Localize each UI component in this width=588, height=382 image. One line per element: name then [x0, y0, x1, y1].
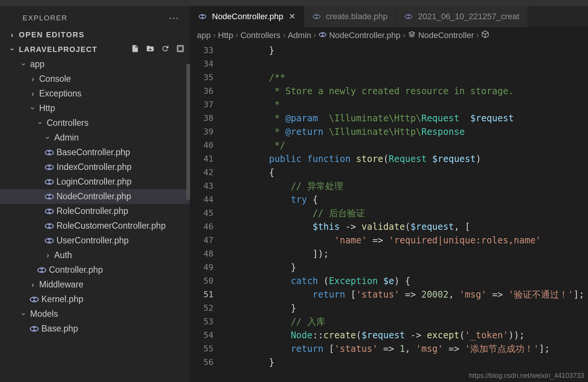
folder-middleware[interactable]: ›Middleware: [0, 277, 190, 292]
tree-label: Http: [39, 103, 55, 113]
tree-label: Kernel.php: [41, 294, 83, 304]
explorer-title: EXPLORER: [23, 14, 67, 22]
php-icon: [44, 163, 54, 171]
sidebar-scrollbar[interactable]: [186, 64, 190, 200]
tree-label: Controllers: [47, 118, 88, 128]
php-icon: [404, 13, 413, 20]
php-icon: [44, 149, 54, 156]
tree-label: Models: [30, 309, 58, 319]
project-header[interactable]: › LARAVELPROJECT: [0, 42, 190, 57]
tree-label: LoginController.php: [56, 177, 131, 187]
tree-label: Base.php: [41, 324, 78, 334]
folder-models[interactable]: ›Models: [0, 307, 190, 321]
tab-label: create.blade.php: [326, 12, 388, 21]
tree-label: Middleware: [39, 280, 84, 290]
watermark: https://blog.csdn.net/weixin_44103733: [469, 372, 584, 380]
folder-admin[interactable]: ›Admin: [0, 130, 190, 145]
php-icon: [198, 13, 207, 20]
tab-migration[interactable]: 2021_06_10_221257_creat: [396, 6, 528, 27]
tree-label: RoleCustomerController.php: [56, 221, 166, 231]
file-base[interactable]: Base.php: [0, 321, 190, 336]
php-icon: [44, 222, 54, 230]
tab-nodecontroller[interactable]: NodeController.php ✕: [190, 6, 304, 27]
php-icon: [29, 325, 39, 333]
breadcrumb-item[interactable]: Admin: [288, 31, 311, 40]
tab-label: 2021_06_10_221257_creat: [418, 12, 519, 21]
folder-auth[interactable]: ›Auth: [0, 248, 190, 263]
tree-label: IndexController.php: [56, 162, 131, 172]
tree-label: UserController.php: [56, 235, 129, 246]
php-icon: [44, 193, 54, 200]
line-number-gutter: 3334353637383940414243444546474849505152…: [190, 44, 225, 382]
chevron-right-icon: ›: [9, 31, 16, 39]
php-icon: [44, 178, 54, 186]
chevron-right-icon: ›: [44, 251, 51, 260]
explorer-sidebar: EXPLORER ··· › OPEN EDITORS › LARAVELPRO…: [0, 6, 190, 382]
file-usercontroller[interactable]: UserController.php: [0, 233, 190, 248]
breadcrumb[interactable]: app› Http› Controllers› Admin› NodeContr…: [190, 27, 588, 44]
tree-label: Admin: [54, 133, 79, 143]
new-file-icon[interactable]: [131, 44, 139, 55]
chevron-down-icon: ›: [36, 120, 45, 127]
tree-label: Console: [39, 74, 71, 84]
folder-http[interactable]: ›Http: [0, 101, 190, 116]
file-rolecustomercontroller[interactable]: RoleCustomerController.php: [0, 219, 190, 233]
open-editors-label: OPEN EDITORS: [19, 31, 85, 39]
editor-tabs: NodeController.php ✕ create.blade.php 20…: [190, 6, 588, 27]
chevron-down-icon: ›: [20, 61, 28, 68]
file-indexcontroller[interactable]: IndexController.php: [0, 160, 190, 174]
code-content[interactable]: } /** * Store a newly created resource i…: [225, 44, 588, 382]
php-icon: [318, 31, 327, 40]
close-icon[interactable]: ✕: [289, 12, 296, 21]
tab-label: NodeController.php: [212, 12, 283, 21]
breadcrumb-item[interactable]: app: [197, 31, 211, 40]
folder-console[interactable]: ›Console: [0, 72, 190, 86]
explorer-more-icon[interactable]: ···: [169, 12, 181, 24]
chevron-right-icon: ›: [29, 280, 36, 289]
file-kernel[interactable]: Kernel.php: [0, 292, 190, 307]
tree-label: app: [30, 59, 44, 69]
breadcrumb-item[interactable]: Http: [218, 31, 233, 40]
chevron-right-icon: ›: [29, 75, 36, 83]
chevron-right-icon: ›: [29, 89, 36, 98]
chevron-down-icon: ›: [20, 311, 28, 318]
tab-createblade[interactable]: create.blade.php: [304, 6, 396, 27]
tree-label: Auth: [54, 250, 72, 260]
file-rolecontroller[interactable]: RoleController.php: [0, 204, 190, 219]
breadcrumb-item[interactable]: Controllers: [241, 31, 280, 40]
open-editors-section[interactable]: › OPEN EDITORS: [0, 28, 190, 42]
new-folder-icon[interactable]: [146, 44, 154, 55]
folder-exceptions[interactable]: ›Exceptions: [0, 86, 190, 101]
code-editor[interactable]: 3334353637383940414243444546474849505152…: [190, 44, 588, 382]
chevron-down-icon: ›: [44, 134, 52, 141]
chevron-down-icon: ›: [8, 46, 17, 53]
breadcrumb-item[interactable]: NodeController.php: [329, 31, 401, 40]
php-icon: [37, 266, 47, 274]
php-icon: [29, 296, 39, 303]
tree-label: BaseController.php: [56, 147, 130, 157]
file-logincontroller[interactable]: LoginController.php: [0, 174, 190, 189]
folder-controllers[interactable]: ›Controllers: [0, 116, 190, 130]
breadcrumb-item[interactable]: NodeController: [418, 31, 474, 40]
refresh-icon[interactable]: [161, 44, 169, 55]
php-icon: [44, 208, 54, 215]
class-icon: [408, 30, 416, 41]
tree-label: Exceptions: [39, 89, 82, 99]
tree-label: NodeController.php: [56, 191, 131, 202]
php-icon: [312, 13, 321, 20]
file-controllerphp[interactable]: Controller.php: [0, 263, 190, 277]
tree-label: Controller.php: [49, 265, 103, 275]
titlebar: [0, 0, 588, 6]
folder-app[interactable]: ›app: [0, 57, 190, 72]
chevron-down-icon: ›: [29, 105, 37, 112]
php-icon: [44, 237, 54, 244]
tree-label: RoleController.php: [56, 206, 128, 216]
file-nodecontroller[interactable]: NodeController.php: [0, 189, 190, 204]
project-name: LARAVELPROJECT: [19, 45, 97, 54]
file-basecontroller[interactable]: BaseController.php: [0, 145, 190, 160]
collapse-icon[interactable]: [176, 44, 184, 55]
cube-icon: [481, 30, 489, 41]
